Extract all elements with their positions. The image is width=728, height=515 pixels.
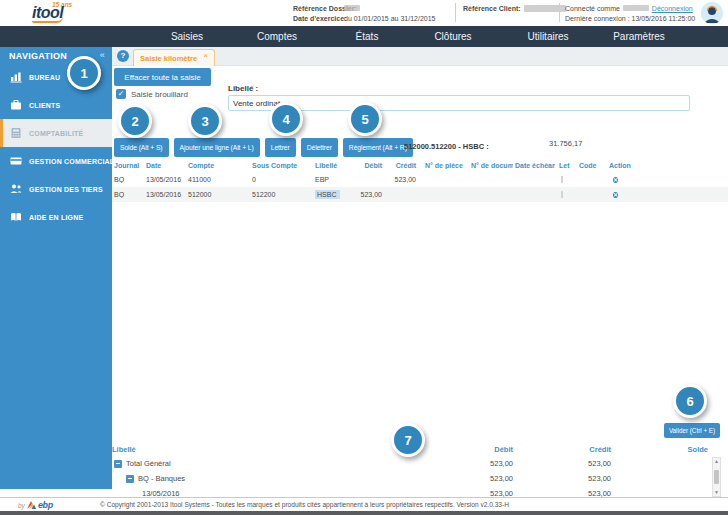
copyright-text: © Copyright 2001-2013 Itool Systems - To…	[100, 501, 660, 508]
col-document: N° de document	[469, 162, 513, 169]
add-line-button[interactable]: Ajouter une ligne (Alt + L)	[174, 138, 260, 157]
summary-debit: 523,00	[412, 489, 513, 497]
col-action: Action	[603, 162, 631, 169]
menu-utilitaires[interactable]: Utilitaires	[527, 26, 568, 47]
entry-row-2[interactable]: BQ 13/05/2016 512000 512200 HSBC 523,00 …	[112, 187, 728, 202]
client-label: Référence Client:	[463, 5, 521, 12]
redacted-username	[623, 5, 649, 11]
cell-journal: BQ	[112, 191, 144, 198]
solde-button[interactable]: Solde (Alt + S)	[114, 138, 169, 157]
scroll-up-icon[interactable]: ▲	[713, 458, 720, 465]
summary-row-total: Total Général 523,00 523,00	[112, 456, 728, 471]
callout-4: 4	[269, 102, 303, 136]
callout-5: 5	[348, 102, 382, 136]
cell-date: 13/05/2016	[144, 176, 186, 183]
sum-col-solde: Solde	[611, 445, 708, 454]
col-libelle: Libellé	[313, 162, 357, 169]
footer: by ebp © Copyright 2001-2013 Itool Syste…	[0, 497, 728, 511]
cell-debit: 523,00	[357, 191, 383, 198]
cell-libelle-selected[interactable]: HSBC	[315, 190, 340, 199]
summary-credit: 523,00	[513, 459, 611, 468]
cell-libelle: EBP	[313, 176, 357, 183]
reglement-button[interactable]: Règlement (Alt + R)	[343, 138, 413, 157]
draft-checkbox[interactable]: ✓	[116, 89, 126, 99]
lettrer-button[interactable]: Lettrer	[265, 138, 296, 157]
sidebar-item-label: AIDE EN LIGNE	[29, 214, 83, 221]
sidebar-item-label: GESTION COMMERCIALE	[29, 158, 119, 165]
menu-etats[interactable]: États	[356, 26, 379, 47]
navigation-sidebar: NAVIGATION « BUREAU CLIENTS COMPTABILI	[0, 47, 112, 489]
bar-chart-icon	[10, 71, 22, 83]
account-label: 512000.512200 - HSBC :	[404, 142, 489, 151]
logo-text: itool	[32, 5, 63, 23]
client-info: Référence Client:	[463, 3, 566, 13]
delete-row-icon[interactable]: ✕	[613, 177, 618, 183]
let-checkbox[interactable]	[561, 176, 563, 183]
delete-row-icon[interactable]: ✕	[613, 192, 618, 198]
clear-all-button[interactable]: Effacer toute la saisie	[114, 68, 211, 86]
callout-3: 3	[188, 104, 222, 138]
ebp-label: ebp	[38, 500, 53, 510]
summary-row-bq: BQ - Banques 523,00 523,00	[112, 471, 728, 486]
let-checkbox[interactable]	[561, 191, 563, 198]
help-icon[interactable]: ?	[117, 50, 129, 62]
summary-scrollbar[interactable]: ▲ ▼	[712, 457, 721, 497]
collapse-node-icon[interactable]	[126, 475, 134, 483]
sum-col-credit: Crédit	[513, 445, 611, 454]
last-connection: Dernière connexion : 13/05/2016 11:25:00	[565, 15, 695, 22]
summary-debit: 523,00	[412, 459, 513, 468]
tab-close-icon[interactable]: ×	[203, 52, 208, 60]
delettrer-button[interactable]: Délettrer	[301, 138, 338, 157]
scrollbar-thumb[interactable]	[714, 470, 719, 484]
collapse-sidebar-icon[interactable]: «	[100, 50, 105, 60]
sidebar-item-gestion-des-tiers[interactable]: GESTION DES TIERS	[0, 175, 112, 203]
scroll-down-icon[interactable]: ▼	[713, 489, 720, 496]
book-icon	[10, 211, 22, 223]
cell-compte: 512000	[186, 191, 250, 198]
bottom-strip	[0, 511, 728, 515]
avatar	[701, 2, 723, 24]
logout-link[interactable]: Déconnexion	[652, 5, 693, 12]
menu-comptes[interactable]: Comptes	[257, 26, 297, 47]
callout-2: 2	[118, 104, 152, 138]
menu-clotures[interactable]: Clôtures	[434, 26, 471, 47]
col-credit: Crédit	[383, 162, 417, 169]
cell-date: 13/05/2016	[144, 191, 186, 198]
cell-credit: 523,00	[383, 176, 417, 183]
col-piece: N° de pièce	[417, 162, 469, 169]
callout-1: 1	[67, 56, 101, 90]
sidebar-item-gestion-commerciale[interactable]: GESTION COMMERCIALE	[0, 147, 112, 175]
topbar: 15 ans itool Référence Dossier: Date d'e…	[0, 0, 728, 26]
col-code: Code	[577, 162, 603, 169]
callout-6: 6	[673, 384, 707, 418]
validate-button[interactable]: Valider (Ctrl + E)	[664, 423, 720, 438]
col-let: Let	[555, 162, 577, 169]
sidebar-item-label: COMPTABILITÉ	[29, 130, 83, 137]
sidebar-item-clients[interactable]: CLIENTS	[0, 91, 112, 119]
support-person-icon	[701, 2, 723, 24]
dossier-info: Référence Dossier: Date d'exercice: du 0…	[293, 3, 435, 23]
exercice-label: Date d'exercice:	[293, 15, 341, 22]
tab-saisie-kilometre[interactable]: Saisie kilomètre ×	[133, 49, 215, 66]
briefcase-icon	[10, 99, 22, 111]
summary-label: BQ - Banques	[138, 474, 185, 483]
sidebar-item-label: CLIENTS	[29, 102, 60, 109]
menu-saisies[interactable]: Saisies	[171, 26, 203, 47]
entry-row-1[interactable]: BQ 13/05/2016 411000 0 EBP 523,00 ✕	[112, 172, 728, 187]
cell-sous-compte: 0	[250, 176, 313, 183]
sidebar-item-label: GESTION DES TIERS	[29, 186, 103, 193]
entries-header-row: Journal Date Compte Sous Compte Libellé …	[112, 159, 728, 172]
col-date: Date	[144, 162, 186, 169]
tab-bar: ? Saisie kilomètre ×	[112, 47, 728, 66]
by-label: by	[18, 502, 25, 509]
col-debit: Débit	[357, 162, 383, 169]
sidebar-item-comptabilite[interactable]: COMPTABILITÉ	[0, 119, 112, 147]
col-journal: Journal	[112, 162, 144, 169]
menu-parametres[interactable]: Paramètres	[613, 26, 665, 47]
entries-table: Journal Date Compte Sous Compte Libellé …	[112, 159, 728, 202]
summary-row-date: 13/05/2016 523,00 523,00	[112, 486, 728, 497]
sidebar-item-aide-en-ligne[interactable]: AIDE EN LIGNE	[0, 203, 112, 231]
ebp-logo: by ebp	[18, 500, 53, 510]
collapse-node-icon[interactable]	[114, 460, 122, 468]
account-balance: 31.756,17	[549, 139, 582, 148]
